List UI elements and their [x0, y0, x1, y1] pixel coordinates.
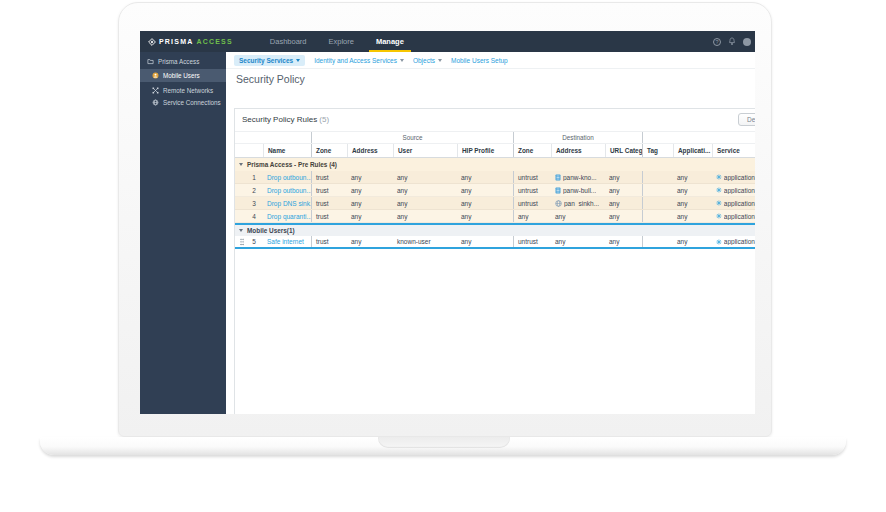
app-default-icon: [716, 239, 722, 245]
fqdn-icon: [555, 200, 562, 207]
laptop-base: [40, 437, 846, 455]
prisma-diamond-icon: [148, 38, 156, 46]
cell-tag: [642, 210, 673, 222]
cell-zone: trust: [311, 171, 347, 183]
cell-user: any: [393, 210, 457, 222]
cell-service: application-de...: [712, 184, 755, 196]
menu-objects[interactable]: Objects: [413, 57, 442, 64]
chevron-down-icon: [296, 59, 300, 62]
section-row-mobile-users[interactable]: Mobile Users(1): [235, 223, 755, 236]
dest-address-text[interactable]: pan_sinkh...: [564, 200, 599, 207]
dest-address-text[interactable]: panw-kno...: [563, 174, 597, 181]
delete-button[interactable]: Delete: [738, 113, 755, 126]
rule-name-link[interactable]: Drop quaranti...: [263, 210, 311, 222]
cell-dest-address: pan_sinkh...: [551, 197, 605, 209]
service-text: application-de...: [724, 238, 755, 245]
service-text: application-de...: [724, 187, 755, 194]
col-header-hip-profile: HIP Profile: [457, 144, 513, 157]
rule-name-link[interactable]: Drop outboun...: [263, 171, 311, 183]
service-text: application-de...: [724, 213, 755, 220]
tab-explore[interactable]: Explore: [318, 31, 365, 52]
sidebar-label: Remote Networks: [163, 87, 213, 94]
section-row-pre-rules[interactable]: Prisma Access - Pre Rules (4): [235, 158, 755, 171]
col-header-dest-zone: Zone: [513, 144, 551, 157]
security-policy-rules-panel: Security Policy Rules (5) Delete Source …: [234, 108, 755, 414]
user-avatar-icon[interactable]: [743, 38, 751, 46]
mobile-users-icon: [152, 72, 159, 79]
app-default-icon: [716, 187, 722, 193]
menu-label: Objects: [413, 57, 435, 64]
edl-icon: [555, 174, 561, 181]
top-nav-tabs: Dashboard Explore Manage: [259, 31, 415, 52]
cell-zone: trust: [311, 197, 347, 209]
sidebar-item-remote-networks[interactable]: Remote Networks: [140, 84, 226, 96]
sidebar: Prisma Access Mobile Users: [140, 52, 226, 414]
sidebar-item-prisma-access[interactable]: Prisma Access: [140, 55, 226, 67]
cell-dest-address: panw-bull...: [551, 184, 605, 196]
logo-text-access: ACCESS: [196, 38, 232, 45]
cell-url-category: any: [605, 236, 642, 247]
col-header-application: Applicati...: [673, 144, 712, 157]
chevron-down-icon: [438, 59, 442, 62]
table-row: 3 Drop DNS sink... trust any any any unt…: [235, 197, 755, 210]
col-header-zone: Zone: [311, 144, 347, 157]
collapse-chevron-icon[interactable]: [239, 229, 243, 232]
bell-icon[interactable]: [728, 37, 736, 46]
col-header-dest-address: Address: [551, 144, 605, 157]
rule-number: 4: [245, 210, 263, 222]
help-icon[interactable]: ?: [713, 38, 721, 46]
table-row: 2 Drop outboun... trust any any any untr…: [235, 184, 755, 197]
cell-address: any: [347, 210, 393, 222]
sidebar-label: Service Connections: [163, 99, 221, 106]
dest-address-text[interactable]: panw-bull...: [563, 187, 596, 194]
rule-name-link[interactable]: Drop DNS sink...: [263, 197, 311, 209]
sidebar-label: Prisma Access: [158, 58, 199, 65]
cell-application: any: [673, 184, 712, 196]
cell-tag: [642, 236, 673, 247]
table-group-header-row: Source Destination: [235, 132, 755, 144]
menu-identity-access-services[interactable]: Identity and Access Services: [314, 57, 404, 64]
app-default-icon: [716, 213, 722, 219]
laptop-scoop: [378, 437, 510, 448]
rule-name-link[interactable]: Drop outboun...: [263, 184, 311, 196]
col-header-address: Address: [347, 144, 393, 157]
cell-zone: trust: [311, 210, 347, 222]
cell-dest-zone: untrust: [513, 171, 551, 183]
drag-handle[interactable]: [235, 236, 245, 247]
cell-hip-profile: any: [457, 197, 513, 209]
col-header-name: Name: [263, 144, 311, 157]
col-header-tag: Tag: [642, 144, 673, 157]
panel-title: Security Policy Rules (5): [242, 115, 329, 124]
sidebar-item-service-connections[interactable]: Service Connections: [140, 96, 226, 108]
cell-tag: [642, 171, 673, 183]
cell-address: any: [347, 236, 393, 247]
cell-url-category: any: [605, 184, 642, 196]
panel-header: Security Policy Rules (5) Delete: [235, 109, 755, 132]
cell-user: any: [393, 171, 457, 183]
panel-title-text: Security Policy Rules: [242, 115, 319, 124]
cell-user: any: [393, 197, 457, 209]
cell-url-category: any: [605, 197, 642, 209]
page-title: Security Policy: [226, 69, 755, 90]
collapse-chevron-icon[interactable]: [239, 163, 243, 166]
rule-number: 5: [245, 236, 263, 247]
sidebar-item-mobile-users[interactable]: Mobile Users: [140, 69, 226, 82]
rule-name-link[interactable]: Safe internet: [263, 236, 311, 247]
table-row: 5 Safe internet trust any known-user any…: [235, 236, 755, 249]
laptop-mockup: PRISMA ACCESS Dashboard Explore Manage ?: [0, 0, 886, 512]
cell-address: any: [347, 197, 393, 209]
rules-table: Source Destination Name Zone Address Use…: [235, 132, 755, 249]
cell-service: application-de...: [712, 197, 755, 209]
cell-dest-address: any: [551, 210, 605, 222]
menu-security-services[interactable]: Security Services: [234, 55, 305, 66]
menu-bar: Security Services Identity and Access Se…: [226, 52, 755, 69]
tab-manage[interactable]: Manage: [365, 31, 415, 52]
app-screen: PRISMA ACCESS Dashboard Explore Manage ?: [140, 31, 755, 414]
rule-number: 3: [245, 197, 263, 209]
cell-dest-zone: any: [513, 210, 551, 222]
tab-dashboard[interactable]: Dashboard: [259, 31, 318, 52]
cell-dest-address: any: [551, 236, 605, 247]
cell-hip-profile: any: [457, 184, 513, 196]
menu-mobile-users-setup[interactable]: Mobile Users Setup: [451, 57, 508, 64]
app-default-icon: [716, 174, 722, 180]
